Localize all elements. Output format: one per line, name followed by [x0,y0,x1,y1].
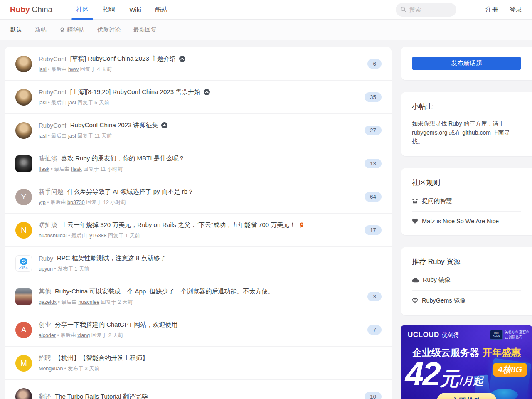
user-avatar[interactable] [15,89,32,106]
user-avatar[interactable] [15,288,32,305]
author-link[interactable]: aicoder [39,332,56,338]
topic-title-link[interactable]: [上海][8-19,20] RubyConf China 2023 售票开始 [70,88,200,96]
side-link-Ruby 镜像[interactable]: Ruby 镜像 [412,270,521,291]
author-link[interactable]: jasl [39,133,47,139]
nav-tab-社区[interactable]: 社区 [69,0,96,19]
ad-cta-button[interactable]: 立即抢购 [437,393,497,399]
last-replier-link[interactable]: jasl [68,100,76,106]
topic-meta: Mengxuan • 发布于 3 天前 [39,365,382,372]
filter-精华帖[interactable]: 精华帖 [59,26,84,34]
side-link-RubyGems 镜像[interactable]: RubyGems 镜像 [412,291,521,305]
user-avatar[interactable] [15,155,32,172]
site-logo[interactable]: Ruby China [10,5,52,14]
topic-row[interactable]: RubyConfRubyConf China 2023 讲师征集jasl • 最… [5,114,392,147]
topic-row[interactable]: 瞎扯淡喜欢 Ruby 的朋友们，你的 MBTI 是什么呢？flask • 最后由… [5,147,392,180]
replies-count-badge[interactable]: 13 [365,159,382,168]
topic-title-link[interactable]: RubyConf China 2023 讲师征集 [70,121,158,129]
tips-title: 小帖士 [412,102,521,111]
topic-node-link[interactable]: 招聘 [39,354,51,362]
topic-row[interactable]: RubyConf[草稿] RubyConf China 2023 主题介绍jas… [5,47,392,81]
logo-primary: Ruby [10,5,30,14]
topic-node-link[interactable]: Ruby [39,255,53,262]
author-link[interactable]: flask [39,166,49,172]
topic-row[interactable]: M招聘【杭州】【智能合约开发工程师】Mengxuan • 发布于 3 天前 [5,347,392,380]
replies-count-badge[interactable]: 7 [367,325,382,335]
topic-title-link[interactable]: 分享一下我搭建的 ChatGPT 网站，欢迎使用 [55,321,178,329]
user-avatar[interactable] [15,388,32,399]
nav-tab-Wiki[interactable]: Wiki [122,0,148,19]
user-avatar[interactable]: A [15,322,32,338]
author-link[interactable]: ytp [39,200,46,205]
topic-title-link[interactable]: Ruby-China 可以安装成一个 App. 但缺少了一个浏览器的后退功能。不… [55,288,274,296]
user-avatar[interactable]: Y [15,189,32,205]
author-link[interactable]: Mengxuan [39,366,63,372]
replies-count-badge[interactable]: 3 [367,292,382,301]
topic-row[interactable]: 又拍云RubyRPC 框架性能测试，注意这 8 点就够了upyun • 发布于 … [5,247,392,280]
last-replier-link[interactable]: jasl [68,133,76,139]
search-input[interactable] [409,6,451,13]
last-replier-link[interactable]: hww [68,66,79,72]
topic-node-link[interactable]: 瞎扯淡 [39,155,57,163]
last-replier-link[interactable]: xiang [77,332,90,338]
topic-row[interactable]: 其他Ruby-China 可以安装成一个 App. 但缺少了一个浏览器的后退功能… [5,280,392,313]
user-avatar[interactable]: N [15,222,32,239]
topic-row[interactable]: N瞎扯淡上云一年烧掉 320 万美元，Ruby on Rails 之父：“下云”… [5,214,392,247]
topic-node-link[interactable]: 翻译 [39,393,51,399]
author-link[interactable]: nuanshuidai [39,233,66,239]
search-box[interactable] [396,3,456,17]
pinned-icon [204,89,210,95]
last-replier-link[interactable]: ly16888 [89,233,107,239]
topic-node-link[interactable]: 创业 [39,321,51,329]
topic-node-link[interactable]: RubyConf [39,55,66,62]
user-avatar[interactable]: M [15,355,32,372]
topic-title-link[interactable]: [草稿] RubyConf China 2023 主题介绍 [70,55,176,63]
topic-row[interactable]: A创业分享一下我搭建的 ChatGPT 网站，欢迎使用aicoder • 最后由… [5,313,392,347]
last-replier-link[interactable]: bp3730 [67,200,85,205]
topic-node-link[interactable]: 瞎扯淡 [39,221,57,229]
topic-title-link[interactable]: 喜欢 Ruby 的朋友们，你的 MBTI 是什么呢？ [61,155,185,163]
replies-count-badge[interactable]: 17 [365,225,382,235]
rules-card: 社区规则 提问的智慧Matz is Nice So We Are Nice [401,168,532,235]
new-topic-button[interactable]: 发布新话题 [412,57,521,70]
topic-row[interactable]: 翻译The Turbo Rails Tutorial 翻译完毕10 [5,380,392,399]
author-link[interactable]: jasl [39,100,47,106]
topic-node-link[interactable]: RubyConf [39,122,66,129]
user-avatar[interactable] [15,122,32,139]
filter-默认[interactable]: 默认 [10,26,22,34]
replies-count-badge[interactable]: 6 [367,59,382,69]
topic-title-line: 瞎扯淡上云一年烧掉 320 万美元，Ruby on Rails 之父：“下云”成… [39,221,365,229]
topic-row[interactable]: Y新手问题什么差异导致了 AI 领域选择了 py 而不是 rb？ytp • 最后… [5,180,392,214]
topic-title-link[interactable]: RPC 框架性能测试，注意这 8 点就够了 [57,254,166,262]
side-link-Matz is Nice So We Are Nice[interactable]: Matz is Nice So We Are Nice [412,212,521,225]
replies-count-badge[interactable]: 27 [365,126,382,135]
user-avatar[interactable] [15,56,32,72]
topic-node-link[interactable]: RubyConf [39,89,66,96]
author-link[interactable]: jasl [39,66,47,72]
auth-link-register[interactable]: 注册 [485,6,498,14]
topic-row[interactable]: RubyConf[上海][8-19,20] RubyConf China 202… [5,81,392,114]
user-avatar[interactable]: 又拍云 [15,255,32,272]
replies-count-badge[interactable]: 64 [365,192,382,202]
author-link[interactable]: upyun [39,266,53,272]
topic-title-link[interactable]: 上云一年烧掉 320 万美元，Ruby on Rails 之父：“下云”成功，五… [61,221,296,229]
topic-node-link[interactable]: 新手问题 [39,188,64,196]
filter-新帖[interactable]: 新帖 [35,26,47,34]
pinned-icon [179,56,185,62]
topic-title-line: 瞎扯淡喜欢 Ruby 的朋友们，你的 MBTI 是什么呢？ [39,155,365,163]
filter-优质讨论[interactable]: 优质讨论 [97,26,121,34]
author-link[interactable]: gazeldx [39,299,57,305]
ucloud-ad-banner[interactable]: UCLOUD 优刻得 intelXEON 英特尔® 至强® 云创新基石 企业级云… [401,325,532,399]
topic-title-link[interactable]: 什么差异导致了 AI 领域选择了 py 而不是 rb？ [67,188,194,196]
last-replier-link[interactable]: flask [71,166,82,172]
topic-node-link[interactable]: 其他 [39,288,51,296]
topic-title-link[interactable]: The Turbo Rails Tutorial 翻译完毕 [55,393,148,399]
auth-link-login[interactable]: 登录 [510,6,522,14]
replies-count-badge[interactable]: 10 [365,392,382,399]
filter-最新回复[interactable]: 最新回复 [133,26,157,34]
nav-tab-招聘[interactable]: 招聘 [96,0,122,19]
replies-count-badge[interactable]: 35 [365,92,382,102]
nav-tab-酷站[interactable]: 酷站 [148,0,175,19]
last-replier-link[interactable]: huacnlee [78,299,99,305]
topic-title-link[interactable]: 【杭州】【智能合约开发工程师】 [55,354,148,362]
side-link-提问的智慧[interactable]: 提问的智慧 [412,191,521,212]
